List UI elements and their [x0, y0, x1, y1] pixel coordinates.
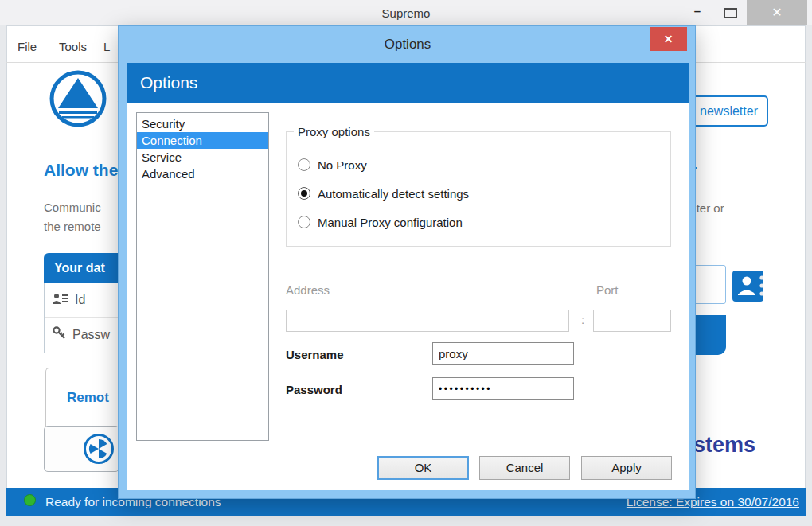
- address-label: Address: [286, 283, 330, 297]
- username-label: Username: [286, 348, 344, 361]
- tab-remote-control[interactable]: Remot: [67, 390, 109, 406]
- radio-no-proxy[interactable]: [298, 158, 310, 171]
- address-book-icon: [732, 271, 763, 302]
- cancel-button[interactable]: Cancel: [479, 456, 570, 480]
- radio-auto-detect-label[interactable]: Automatically detect settings: [318, 187, 469, 201]
- window-close-button[interactable]: ✕: [747, 0, 807, 25]
- maximize-icon: [724, 8, 737, 18]
- dialog-close-button[interactable]: ✕: [650, 27, 687, 51]
- password-key-icon: [53, 326, 66, 343]
- dialog-header-band: Options: [127, 63, 689, 103]
- address-book-button[interactable]: [732, 271, 763, 302]
- maximize-button[interactable]: [716, 0, 745, 25]
- minimize-button[interactable]: –: [683, 0, 712, 25]
- password-label: Password: [286, 383, 342, 396]
- apply-button[interactable]: Apply: [581, 456, 672, 480]
- proxy-options-group-label: Proxy options: [294, 125, 374, 138]
- section-heading-left: Allow the: [44, 161, 118, 180]
- radio-manual-proxy-label[interactable]: Manual Proxy configuration: [318, 216, 463, 229]
- menu-tools[interactable]: Tools: [59, 40, 87, 53]
- status-green-dot-icon: [24, 494, 36, 506]
- description-line-1: Communic: [44, 201, 101, 214]
- supremo-app-window: Supremo – ✕ File Tools L S Allow the r C…: [0, 0, 812, 526]
- address-input[interactable]: [286, 310, 569, 332]
- id-field-label: Id: [75, 293, 85, 307]
- share-desktop-button[interactable]: [44, 426, 119, 472]
- menu-language[interactable]: L: [103, 40, 110, 53]
- list-item-service[interactable]: Service: [137, 149, 268, 166]
- password-input[interactable]: ••••••••••: [432, 377, 574, 400]
- supremo-logo-icon: [48, 68, 108, 129]
- options-dialog: Options ✕ Options Security Connection Se…: [118, 25, 696, 499]
- dialog-title: Options: [119, 26, 697, 63]
- port-label: Port: [596, 283, 619, 297]
- menu-file[interactable]: File: [18, 40, 37, 53]
- list-item-advanced[interactable]: Advanced: [137, 166, 268, 182]
- options-category-list: Security Connection Service Advanced: [136, 112, 269, 441]
- password-field-label: Passw: [72, 328, 110, 342]
- systems-text-fragment: stems: [693, 433, 755, 458]
- list-item-security[interactable]: Security: [137, 115, 268, 132]
- radio-no-proxy-label[interactable]: No Proxy: [318, 158, 367, 172]
- contact-id-icon: [53, 293, 68, 308]
- newsletter-button[interactable]: newsletter: [689, 95, 768, 127]
- trefoil-icon: [83, 433, 115, 468]
- username-input[interactable]: proxy: [432, 342, 574, 365]
- ok-button[interactable]: OK: [377, 456, 469, 480]
- radio-auto-detect[interactable]: [298, 187, 310, 200]
- description-line-2: the remote: [44, 220, 101, 233]
- port-input[interactable]: [593, 310, 671, 332]
- list-item-connection[interactable]: Connection: [137, 132, 268, 149]
- address-port-separator: :: [581, 313, 584, 326]
- radio-manual-proxy[interactable]: [298, 216, 310, 228]
